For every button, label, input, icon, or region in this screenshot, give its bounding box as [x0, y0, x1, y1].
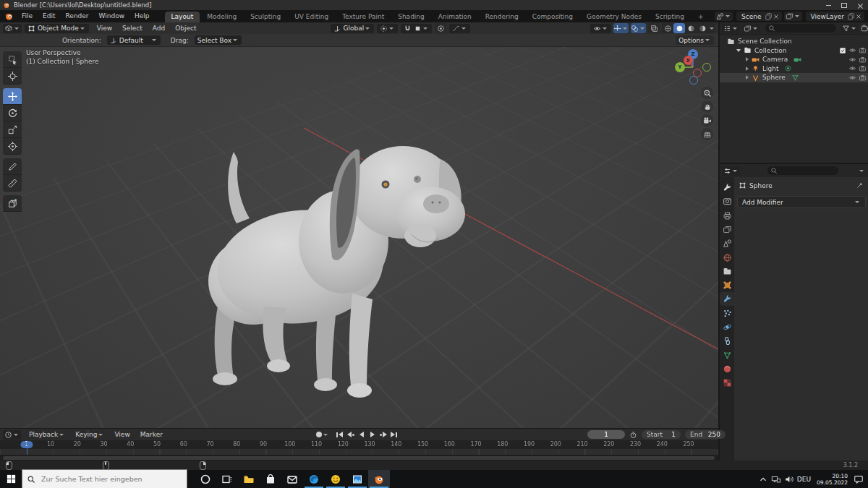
- gizmo-y-axis[interactable]: Y: [675, 62, 685, 72]
- frame-start-field[interactable]: Start 1: [642, 430, 681, 439]
- disable-render-icon[interactable]: [859, 46, 867, 54]
- tool-annotate[interactable]: [3, 158, 22, 175]
- tool-measure[interactable]: [3, 175, 22, 192]
- pan-button[interactable]: [701, 100, 713, 113]
- properties-tab-constraints[interactable]: [720, 334, 734, 348]
- chevron-up-icon[interactable]: [758, 474, 768, 484]
- jump-start-button[interactable]: [335, 430, 344, 439]
- next-keyframe-button[interactable]: [378, 430, 388, 439]
- shading-solid-button[interactable]: [673, 23, 685, 33]
- snap-toggle-group[interactable]: [401, 24, 432, 33]
- viewlayer-name-field[interactable]: ViewLayer: [806, 12, 864, 21]
- shading-material-button[interactable]: [685, 23, 697, 33]
- viewport-menu-select[interactable]: Select: [117, 25, 148, 32]
- clock[interactable]: 20:10 09.05.2022: [814, 473, 851, 486]
- falloff-dropdown[interactable]: [449, 24, 470, 33]
- play-reverse-button[interactable]: [357, 430, 366, 439]
- shading-rendered-button[interactable]: [697, 23, 708, 33]
- new-collection-icon[interactable]: [861, 24, 868, 33]
- properties-tab-modifiers[interactable]: [720, 292, 734, 306]
- gizmo-z-neg-axis[interactable]: [689, 76, 698, 85]
- duplicate-icon[interactable]: [765, 12, 773, 20]
- timeline-menu-marker[interactable]: Marker: [135, 431, 168, 438]
- properties-tab-particles[interactable]: [720, 307, 734, 320]
- timeline-menu-keying[interactable]: Keying: [70, 431, 109, 438]
- play-button[interactable]: [367, 430, 377, 439]
- outliner-row-scene-collection[interactable]: Scene Collection: [720, 37, 868, 46]
- outliner-editor-type-button[interactable]: [722, 24, 740, 33]
- tool-scale[interactable]: [3, 121, 22, 138]
- tool-transform[interactable]: [3, 138, 22, 155]
- viewport-canvas[interactable]: [0, 47, 718, 428]
- properties-tab-data[interactable]: [720, 348, 734, 362]
- zoom-button[interactable]: [701, 87, 713, 99]
- orientation-default-dropdown[interactable]: Default: [107, 35, 161, 45]
- record-icon[interactable]: [316, 432, 322, 437]
- tab-geometry-nodes[interactable]: Geometry Nodes: [580, 12, 648, 22]
- tab-animation[interactable]: Animation: [432, 12, 478, 22]
- outliner-search-input[interactable]: [765, 24, 836, 33]
- tool-move[interactable]: [3, 88, 22, 105]
- expand-icon[interactable]: [746, 57, 749, 61]
- tab-rendering[interactable]: Rendering: [479, 12, 525, 22]
- viewport-menu-object[interactable]: Object: [170, 25, 201, 32]
- tool-add-cube[interactable]: [3, 195, 22, 212]
- tool-cursor[interactable]: [3, 68, 22, 85]
- outliner-display-mode-button[interactable]: [742, 24, 760, 33]
- taskbar-app-photos[interactable]: [346, 470, 368, 488]
- camera-view-button[interactable]: [701, 114, 713, 127]
- shading-wireframe-button[interactable]: [662, 23, 673, 33]
- viewlayer-browse-button[interactable]: [784, 12, 802, 21]
- disable-render-icon[interactable]: [859, 74, 867, 82]
- mode-dropdown[interactable]: Object Mode: [25, 24, 89, 33]
- properties-tab-texture[interactable]: [720, 376, 734, 390]
- taskbar-app-mail[interactable]: [281, 470, 303, 488]
- timeline-scrollbar[interactable]: [3, 456, 715, 460]
- outliner-filter-button[interactable]: [841, 24, 859, 33]
- taskbar-app-feedback[interactable]: [325, 470, 346, 488]
- viewport-menu-view[interactable]: View: [92, 25, 117, 32]
- outliner-row-light[interactable]: Light: [720, 64, 868, 74]
- hide-eye-icon[interactable]: [848, 64, 856, 72]
- gizmo-y-neg-axis[interactable]: [702, 63, 711, 72]
- dog-model[interactable]: [208, 146, 465, 398]
- timeline-track[interactable]: [0, 449, 718, 455]
- outliner-row-collection[interactable]: Collection: [720, 46, 868, 56]
- show-overlays-toggle[interactable]: [631, 23, 646, 33]
- navigation-gizmo[interactable]: Z X Y: [669, 43, 717, 91]
- taskbar-search[interactable]: [22, 469, 187, 488]
- network-icon[interactable]: [771, 474, 781, 484]
- current-frame-field[interactable]: 1: [587, 430, 625, 439]
- disable-render-icon[interactable]: [859, 56, 867, 64]
- tool-tweak-select[interactable]: [3, 51, 22, 68]
- outliner-row-camera[interactable]: Camera: [720, 55, 868, 64]
- remove-icon[interactable]: [855, 13, 862, 20]
- properties-tab-tool[interactable]: [720, 181, 734, 194]
- properties-tab-scene[interactable]: [720, 236, 734, 250]
- toggle-ortho-button[interactable]: [701, 128, 713, 140]
- tab-scripting[interactable]: Scripting: [649, 12, 691, 22]
- menu-window[interactable]: Window: [94, 10, 130, 22]
- properties-editor-type-button[interactable]: [722, 166, 740, 176]
- checkbox-icon[interactable]: [839, 47, 846, 54]
- menu-file[interactable]: File: [17, 10, 38, 22]
- expand-icon[interactable]: [746, 67, 749, 71]
- breadcrumb-object-name[interactable]: Sphere: [749, 182, 773, 189]
- tab-texture-paint[interactable]: Texture Paint: [336, 12, 391, 22]
- tab-sculpting[interactable]: Sculpting: [244, 12, 287, 22]
- taskbar-app-cortana[interactable]: [195, 470, 216, 488]
- xray-toggle[interactable]: [648, 23, 660, 33]
- properties-tab-material[interactable]: [720, 362, 734, 376]
- unlink-icon[interactable]: [773, 13, 780, 20]
- disable-render-icon[interactable]: [859, 64, 867, 72]
- timeline-ruler[interactable]: 1102030405060708090100110120130140150160…: [0, 440, 718, 449]
- viewport-3d[interactable]: Object Mode ViewSelectAddObject Global: [0, 22, 718, 428]
- taskbar-app-blender[interactable]: [368, 470, 390, 488]
- taskbar-search-input[interactable]: [40, 474, 173, 484]
- timeline-menu-playback[interactable]: Playback: [24, 431, 70, 438]
- gizmo-x-axis[interactable]: X: [684, 56, 693, 65]
- close-button[interactable]: [852, 0, 868, 10]
- taskbar-app-task-view[interactable]: [216, 470, 238, 488]
- minimize-button[interactable]: [820, 0, 836, 10]
- start-button[interactable]: [0, 470, 22, 488]
